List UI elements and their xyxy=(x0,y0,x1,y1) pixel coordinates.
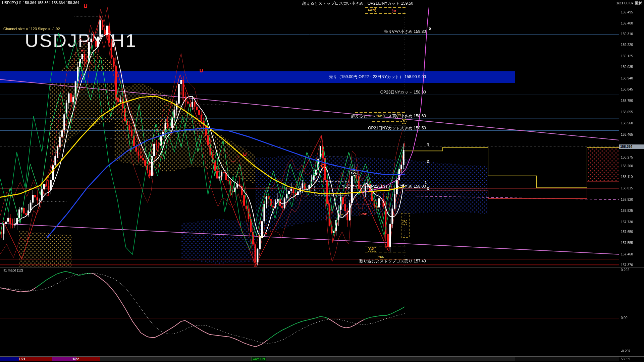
time-axis-label-2: 1/22 xyxy=(72,357,79,361)
symbol-ohlc-readout: USDJPY,H1 158.364 158.364 158.364 158.36… xyxy=(2,1,79,5)
level-box-w: W xyxy=(397,113,402,117)
level-box-d: D xyxy=(402,220,407,225)
price-axis-label[interactable]: 158.560 xyxy=(621,121,633,125)
price-annotation: 売り（159.00円 OP22・23日NYカット） 158.90-9.00 xyxy=(329,74,426,80)
chart-marker-symbol: Ω xyxy=(321,164,325,169)
price-axis-label[interactable]: 157.650 xyxy=(621,230,633,234)
price-axis-label[interactable]: 158.110 xyxy=(621,175,633,179)
price-axis-label[interactable]: 159.400 xyxy=(621,21,633,25)
price-annotation: 超えるとストップロス買い小さめ 158.60 xyxy=(351,113,426,119)
chart-marker-symbol: ∩ xyxy=(40,182,44,187)
level-box-ydl: YDL xyxy=(377,255,385,259)
chart-marker-symbol: ∩ xyxy=(385,194,389,199)
ward-indicator-label: ward ON xyxy=(252,357,266,361)
level-box-ydc: YDC xyxy=(350,171,358,175)
price-axis-label[interactable]: 159.495 xyxy=(621,10,633,14)
macd-indicator-label: H1 macd (12) xyxy=(3,268,23,272)
price-chart-canvas[interactable] xyxy=(0,0,644,362)
update-timestamp: 1/21 06:07 更新 xyxy=(616,1,642,6)
macd-scale-top: 0.292 xyxy=(621,268,629,272)
price-annotation: 割り込むとストップロス売り 157.40 xyxy=(359,258,426,264)
volume-readout: 55959 xyxy=(621,357,630,361)
price-annotation: YDOマイナー/OP22日NYカット大きめ 158.00 xyxy=(342,184,426,189)
chart-marker-symbol: ∪ xyxy=(243,151,248,157)
price-axis-label[interactable]: 158.465 xyxy=(621,133,633,136)
price-axis-label[interactable]: 158.275 xyxy=(621,156,633,159)
chart-marker-symbol: ∩ xyxy=(258,233,262,239)
level-box-m: M xyxy=(392,9,397,13)
price-annotation: OP21日NYカット大きめ 158.50 xyxy=(368,125,426,131)
time-axis-label-1: 1/21 xyxy=(19,357,25,361)
wave-count-label: 4 xyxy=(427,142,429,147)
wave-count-label: 2 xyxy=(427,159,429,164)
chart-marker-symbol: ∪ xyxy=(199,67,204,73)
level-box-d: D xyxy=(402,119,406,124)
price-axis-label[interactable]: 159.125 xyxy=(621,54,633,58)
price-axis-label[interactable]: 157.555 xyxy=(621,241,633,245)
chart-topbar: USDJPY,H1 158.364 158.364 158.364 158.36… xyxy=(0,0,644,6)
chart-marker-symbol: ∩ xyxy=(239,198,243,203)
chart-marker-symbol: ∩ xyxy=(151,147,155,153)
chart-marker-symbol: ◉ xyxy=(81,49,84,52)
price-axis-label[interactable]: 157.370 xyxy=(621,263,633,267)
channel-info-label: Channel size = 1123 Slope = -1.92 xyxy=(3,27,60,31)
price-axis-label[interactable]: 158.015 xyxy=(621,186,633,190)
wave-count-label: 3 xyxy=(427,186,429,191)
price-annotation: 売りやや小さめ 159.30 xyxy=(384,29,426,35)
price-axis-label[interactable]: 159.035 xyxy=(621,65,633,69)
price-axis-label[interactable]: 158.655 xyxy=(621,110,633,114)
level-box-lwh: LWH xyxy=(360,212,368,216)
price-axis-label[interactable]: 159.310 xyxy=(621,32,633,36)
level-box-lwl: LWL xyxy=(368,247,376,252)
macd-scale-zero: 0.00 xyxy=(621,316,627,320)
price-axis-label[interactable]: 158.940 xyxy=(621,76,633,80)
price-annotation: OP23日NYカット 158.80 xyxy=(380,89,426,95)
price-axis-label[interactable]: 157.825 xyxy=(621,209,633,213)
price-axis-label[interactable]: 158.845 xyxy=(621,87,633,91)
topbar-annotation: 超えるとストップロス買い小さめ、OP21日NYカット 159.50 xyxy=(302,1,413,6)
price-axis-label[interactable]: 157.730 xyxy=(621,220,633,224)
price-axis-label[interactable]: 159.220 xyxy=(621,43,633,47)
chart-marker-symbol: ∩ xyxy=(340,213,344,218)
price-axis-label[interactable]: 158.200 xyxy=(621,164,633,168)
level-box-lwh: LWH xyxy=(367,8,376,12)
current-price-tag: 158.364 xyxy=(619,144,644,149)
level-box-ydh: YDH xyxy=(375,114,383,118)
price-axis-label[interactable]: 157.920 xyxy=(621,198,633,201)
macd-scale-bottom: -0.207 xyxy=(621,349,630,353)
chart-marker-symbol: ∪ xyxy=(83,2,88,9)
price-axis-label[interactable]: 157.460 xyxy=(621,252,633,256)
wave-count-label: 1 xyxy=(425,180,427,185)
chart-marker-symbol: ◉ xyxy=(265,232,268,235)
price-axis-label[interactable]: 158.750 xyxy=(621,99,633,103)
mt4-chart-window: USDJPY H1 USDJPY,H1 158.364 158.364 158.… xyxy=(0,0,644,362)
wave-count-label: 5 xyxy=(429,26,431,31)
chart-marker-symbol: ◉ xyxy=(115,97,118,101)
chart-marker-symbol: ◉ xyxy=(148,162,151,165)
